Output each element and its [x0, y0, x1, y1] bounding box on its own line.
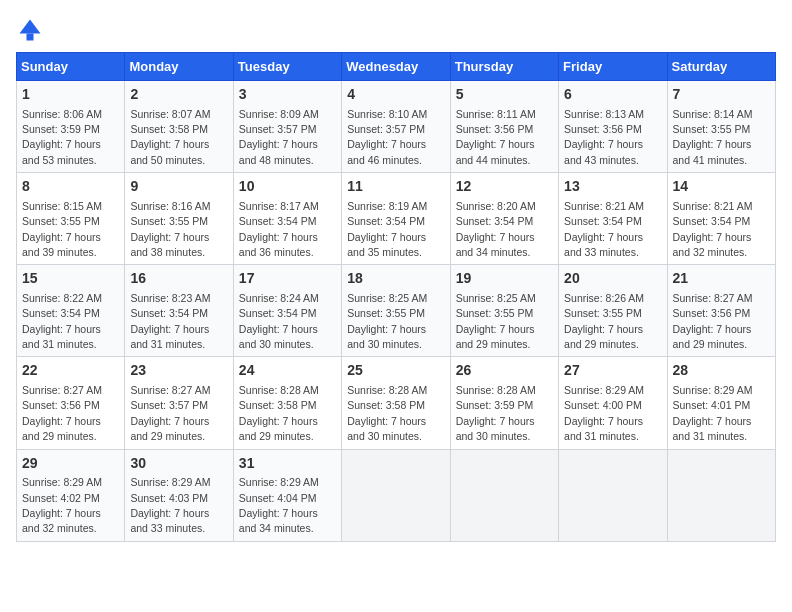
day-info: Sunrise: 8:28 AMSunset: 3:58 PMDaylight:…	[347, 384, 427, 442]
day-number: 28	[673, 361, 770, 381]
day-cell	[559, 449, 667, 541]
day-info: Sunrise: 8:29 AMSunset: 4:00 PMDaylight:…	[564, 384, 644, 442]
day-info: Sunrise: 8:15 AMSunset: 3:55 PMDaylight:…	[22, 200, 102, 258]
day-info: Sunrise: 8:29 AMSunset: 4:01 PMDaylight:…	[673, 384, 753, 442]
day-info: Sunrise: 8:20 AMSunset: 3:54 PMDaylight:…	[456, 200, 536, 258]
day-info: Sunrise: 8:24 AMSunset: 3:54 PMDaylight:…	[239, 292, 319, 350]
day-cell: 12 Sunrise: 8:20 AMSunset: 3:54 PMDaylig…	[450, 173, 558, 265]
day-info: Sunrise: 8:17 AMSunset: 3:54 PMDaylight:…	[239, 200, 319, 258]
day-info: Sunrise: 8:10 AMSunset: 3:57 PMDaylight:…	[347, 108, 427, 166]
day-info: Sunrise: 8:28 AMSunset: 3:58 PMDaylight:…	[239, 384, 319, 442]
logo-icon	[16, 16, 44, 44]
day-cell: 22 Sunrise: 8:27 AMSunset: 3:56 PMDaylig…	[17, 357, 125, 449]
day-header-sunday: Sunday	[17, 53, 125, 81]
day-header-monday: Monday	[125, 53, 233, 81]
day-cell	[342, 449, 450, 541]
day-number: 8	[22, 177, 119, 197]
day-cell: 30 Sunrise: 8:29 AMSunset: 4:03 PMDaylig…	[125, 449, 233, 541]
day-cell: 19 Sunrise: 8:25 AMSunset: 3:55 PMDaylig…	[450, 265, 558, 357]
day-cell: 31 Sunrise: 8:29 AMSunset: 4:04 PMDaylig…	[233, 449, 341, 541]
week-row-4: 22 Sunrise: 8:27 AMSunset: 3:56 PMDaylig…	[17, 357, 776, 449]
day-info: Sunrise: 8:25 AMSunset: 3:55 PMDaylight:…	[456, 292, 536, 350]
day-header-tuesday: Tuesday	[233, 53, 341, 81]
day-number: 7	[673, 85, 770, 105]
day-cell: 18 Sunrise: 8:25 AMSunset: 3:55 PMDaylig…	[342, 265, 450, 357]
day-number: 1	[22, 85, 119, 105]
day-cell: 3 Sunrise: 8:09 AMSunset: 3:57 PMDayligh…	[233, 81, 341, 173]
day-cell: 9 Sunrise: 8:16 AMSunset: 3:55 PMDayligh…	[125, 173, 233, 265]
day-cell	[450, 449, 558, 541]
day-number: 23	[130, 361, 227, 381]
page-header	[16, 16, 776, 44]
day-number: 11	[347, 177, 444, 197]
day-cell: 4 Sunrise: 8:10 AMSunset: 3:57 PMDayligh…	[342, 81, 450, 173]
day-info: Sunrise: 8:27 AMSunset: 3:57 PMDaylight:…	[130, 384, 210, 442]
day-info: Sunrise: 8:27 AMSunset: 3:56 PMDaylight:…	[673, 292, 753, 350]
day-info: Sunrise: 8:29 AMSunset: 4:02 PMDaylight:…	[22, 476, 102, 534]
day-info: Sunrise: 8:09 AMSunset: 3:57 PMDaylight:…	[239, 108, 319, 166]
week-row-3: 15 Sunrise: 8:22 AMSunset: 3:54 PMDaylig…	[17, 265, 776, 357]
day-cell: 23 Sunrise: 8:27 AMSunset: 3:57 PMDaylig…	[125, 357, 233, 449]
day-cell: 24 Sunrise: 8:28 AMSunset: 3:58 PMDaylig…	[233, 357, 341, 449]
day-cell: 1 Sunrise: 8:06 AMSunset: 3:59 PMDayligh…	[17, 81, 125, 173]
day-cell: 28 Sunrise: 8:29 AMSunset: 4:01 PMDaylig…	[667, 357, 775, 449]
day-cell: 5 Sunrise: 8:11 AMSunset: 3:56 PMDayligh…	[450, 81, 558, 173]
day-info: Sunrise: 8:22 AMSunset: 3:54 PMDaylight:…	[22, 292, 102, 350]
calendar-header-row: SundayMondayTuesdayWednesdayThursdayFrid…	[17, 53, 776, 81]
day-cell: 11 Sunrise: 8:19 AMSunset: 3:54 PMDaylig…	[342, 173, 450, 265]
day-number: 9	[130, 177, 227, 197]
day-number: 14	[673, 177, 770, 197]
day-number: 10	[239, 177, 336, 197]
day-cell: 16 Sunrise: 8:23 AMSunset: 3:54 PMDaylig…	[125, 265, 233, 357]
day-number: 29	[22, 454, 119, 474]
day-cell: 14 Sunrise: 8:21 AMSunset: 3:54 PMDaylig…	[667, 173, 775, 265]
logo	[16, 16, 48, 44]
day-number: 5	[456, 85, 553, 105]
day-cell: 7 Sunrise: 8:14 AMSunset: 3:55 PMDayligh…	[667, 81, 775, 173]
day-cell: 21 Sunrise: 8:27 AMSunset: 3:56 PMDaylig…	[667, 265, 775, 357]
day-number: 20	[564, 269, 661, 289]
day-cell: 26 Sunrise: 8:28 AMSunset: 3:59 PMDaylig…	[450, 357, 558, 449]
day-cell: 20 Sunrise: 8:26 AMSunset: 3:55 PMDaylig…	[559, 265, 667, 357]
day-info: Sunrise: 8:28 AMSunset: 3:59 PMDaylight:…	[456, 384, 536, 442]
day-cell: 17 Sunrise: 8:24 AMSunset: 3:54 PMDaylig…	[233, 265, 341, 357]
day-info: Sunrise: 8:21 AMSunset: 3:54 PMDaylight:…	[564, 200, 644, 258]
day-number: 16	[130, 269, 227, 289]
day-info: Sunrise: 8:21 AMSunset: 3:54 PMDaylight:…	[673, 200, 753, 258]
day-number: 22	[22, 361, 119, 381]
day-info: Sunrise: 8:11 AMSunset: 3:56 PMDaylight:…	[456, 108, 536, 166]
day-number: 25	[347, 361, 444, 381]
svg-rect-1	[27, 34, 34, 41]
day-cell	[667, 449, 775, 541]
week-row-2: 8 Sunrise: 8:15 AMSunset: 3:55 PMDayligh…	[17, 173, 776, 265]
svg-marker-0	[20, 20, 41, 34]
day-cell: 13 Sunrise: 8:21 AMSunset: 3:54 PMDaylig…	[559, 173, 667, 265]
day-number: 15	[22, 269, 119, 289]
day-number: 26	[456, 361, 553, 381]
day-number: 18	[347, 269, 444, 289]
day-cell: 27 Sunrise: 8:29 AMSunset: 4:00 PMDaylig…	[559, 357, 667, 449]
day-number: 31	[239, 454, 336, 474]
day-number: 30	[130, 454, 227, 474]
day-info: Sunrise: 8:26 AMSunset: 3:55 PMDaylight:…	[564, 292, 644, 350]
day-info: Sunrise: 8:27 AMSunset: 3:56 PMDaylight:…	[22, 384, 102, 442]
day-number: 4	[347, 85, 444, 105]
day-info: Sunrise: 8:13 AMSunset: 3:56 PMDaylight:…	[564, 108, 644, 166]
day-number: 21	[673, 269, 770, 289]
day-info: Sunrise: 8:19 AMSunset: 3:54 PMDaylight:…	[347, 200, 427, 258]
day-info: Sunrise: 8:14 AMSunset: 3:55 PMDaylight:…	[673, 108, 753, 166]
day-info: Sunrise: 8:29 AMSunset: 4:04 PMDaylight:…	[239, 476, 319, 534]
day-number: 2	[130, 85, 227, 105]
week-row-1: 1 Sunrise: 8:06 AMSunset: 3:59 PMDayligh…	[17, 81, 776, 173]
day-cell: 2 Sunrise: 8:07 AMSunset: 3:58 PMDayligh…	[125, 81, 233, 173]
day-number: 17	[239, 269, 336, 289]
day-number: 12	[456, 177, 553, 197]
day-number: 13	[564, 177, 661, 197]
day-info: Sunrise: 8:29 AMSunset: 4:03 PMDaylight:…	[130, 476, 210, 534]
day-cell: 15 Sunrise: 8:22 AMSunset: 3:54 PMDaylig…	[17, 265, 125, 357]
day-cell: 6 Sunrise: 8:13 AMSunset: 3:56 PMDayligh…	[559, 81, 667, 173]
day-cell: 10 Sunrise: 8:17 AMSunset: 3:54 PMDaylig…	[233, 173, 341, 265]
day-number: 19	[456, 269, 553, 289]
day-info: Sunrise: 8:23 AMSunset: 3:54 PMDaylight:…	[130, 292, 210, 350]
day-number: 3	[239, 85, 336, 105]
